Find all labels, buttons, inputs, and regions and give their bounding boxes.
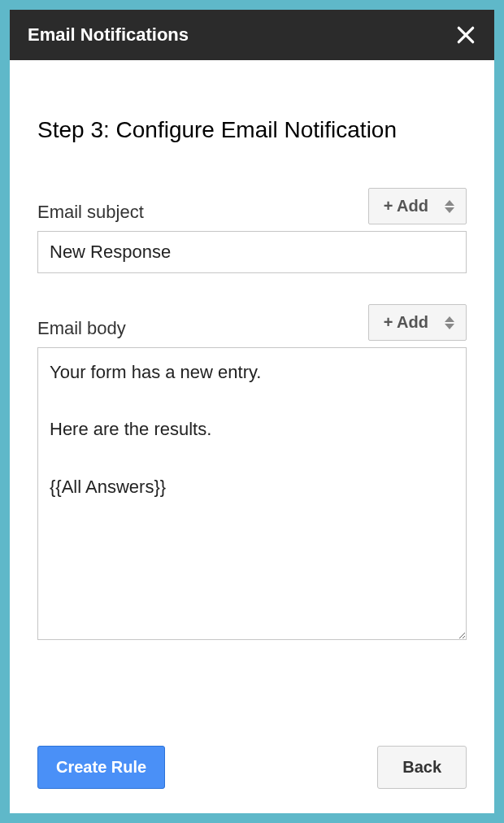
body-textarea[interactable] — [37, 347, 467, 640]
body-field-row: Email body + Add — [37, 304, 467, 341]
subject-input[interactable] — [37, 231, 467, 273]
dialog-title: Email Notifications — [28, 24, 189, 46]
chevron-up-icon — [445, 316, 454, 322]
chevron-down-icon — [445, 324, 454, 329]
dialog-header: Email Notifications — [10, 10, 494, 60]
subject-add-label: + Add — [384, 197, 428, 216]
step-title: Step 3: Configure Email Notification — [37, 117, 467, 143]
stepper-arrows-icon — [445, 316, 454, 329]
subject-add-button[interactable]: + Add — [368, 188, 467, 224]
create-rule-button[interactable]: Create Rule — [37, 746, 165, 789]
close-icon — [455, 24, 476, 46]
body-add-label: + Add — [384, 313, 428, 332]
close-button[interactable] — [455, 24, 476, 46]
email-notifications-dialog: Email Notifications Step 3: Configure Em… — [10, 10, 494, 813]
dialog-content: Step 3: Configure Email Notification Ema… — [10, 60, 494, 813]
back-button[interactable]: Back — [377, 746, 467, 789]
stepper-arrows-icon — [445, 200, 454, 213]
chevron-down-icon — [445, 207, 454, 213]
body-label: Email body — [37, 318, 126, 341]
body-add-button[interactable]: + Add — [368, 304, 467, 341]
footer-buttons: Create Rule Back — [37, 713, 467, 797]
subject-label: Email subject — [37, 202, 144, 224]
subject-field-row: Email subject + Add — [37, 188, 467, 224]
chevron-up-icon — [445, 200, 454, 206]
